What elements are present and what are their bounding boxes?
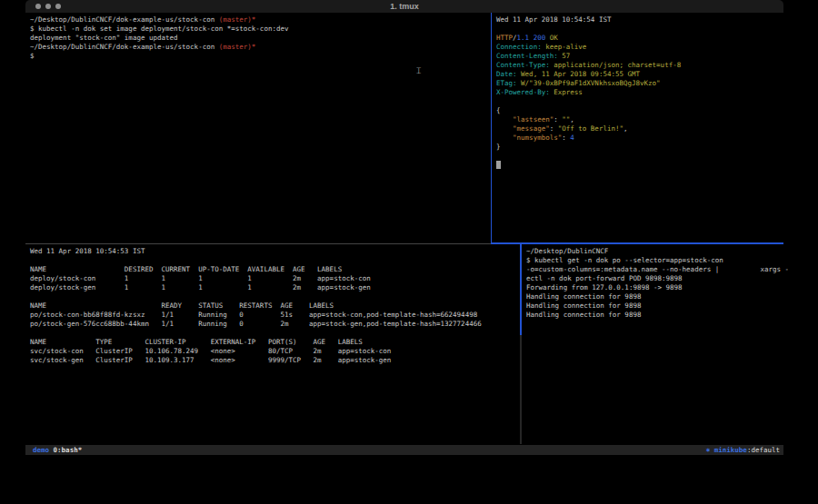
terminal-text-segment: Handling connection for 9898 (526, 301, 641, 310)
terminal-line: NAME READY STATUS RESTARTS AGE LABELS (30, 301, 524, 311)
terminal-text-segment: Handling connection for 9898 (526, 311, 641, 319)
zoom-button[interactable] (55, 4, 61, 9)
terminal-text-segment: Forwarding from 127.0.0.1:9898 -> 9898 (526, 283, 683, 292)
terminal-line (496, 25, 788, 34)
terminal-text-segment: : (550, 124, 558, 133)
close-button[interactable] (35, 4, 41, 9)
terminal-line: $ kubectl -n dok set image deployment/st… (30, 25, 494, 34)
terminal-line: svc/stock-gen ClusterIP 10.109.3.177 <no… (30, 356, 524, 365)
terminal-text-segment: W/"39-0xBPf9aF1dXVNkhsxoBQgJ8vKzo" (517, 79, 661, 87)
terminal-text-segment: 4 (570, 133, 574, 142)
terminal-text-segment (496, 124, 513, 133)
terminal-text-segment: po/stock-gen-576cc688bb-44kmn 1/1 Runnin… (30, 320, 482, 328)
terminal-text-segment: OK (550, 34, 558, 42)
terminal-text-segment: NAME TYPE CLUSTER-IP EXTERNAL-IP PORT(S)… (30, 338, 363, 346)
terminal-line: ETag: W/"39-0xBPf9aF1dXVNkhsxoBQgJ8vKzo" (496, 79, 788, 88)
terminal-text-segment: ~/Desktop/DublinCNCF/dok-example-us/stoc… (30, 43, 219, 51)
terminal-text-segment: "Off to Berlin!" (558, 124, 623, 133)
window-titlebar: 1. tmux (25, 0, 783, 13)
terminal-line: HTTP/1.1 200 OK (496, 34, 788, 43)
terminal-text-segment: Wed 11 Apr 2018 10:54:53 IST (30, 247, 145, 255)
terminal-text-segment: Date: (496, 70, 517, 78)
terminal-text-segment: "message" (513, 124, 550, 133)
terminal-line (496, 161, 788, 170)
terminal-text-segment (496, 115, 513, 124)
terminal-text-segment: X-Powered-By: (496, 88, 550, 96)
terminal-text-segment: Wed, 11 Apr 2018 09:54:55 GMT (517, 70, 640, 78)
terminal-line: { (496, 106, 788, 115)
terminal-line: } (496, 143, 788, 152)
terminal-text-segment: , (623, 124, 628, 133)
terminal-text-segment: -o=custom-columns=:metadata.name --no-he… (526, 265, 788, 273)
terminal-line: X-Powered-By: Express (496, 88, 788, 97)
mouse-ibeam-pointer: ⌶ (416, 66, 421, 76)
terminal-line: deploy/stock-con 1 1 1 1 2m app=stock-co… (30, 274, 524, 283)
tmux-pane-top-left[interactable]: ~/Desktop/DublinCNCF/dok-example-us/stoc… (25, 13, 494, 245)
terminal-line: ~/Desktop/DublinCNCF (526, 247, 788, 256)
terminal-text-segment: 57 (558, 52, 571, 60)
terminal-window: 1. tmux ~/Desktop/DublinCNCF/dok-example… (25, 0, 783, 455)
terminal-line: po/stock-gen-576cc688bb-44kmn 1/1 Runnin… (30, 320, 524, 329)
session-name[interactable]: demo (33, 446, 49, 454)
terminal-line: ~/Desktop/DublinCNCF/dok-example-us/stoc… (30, 15, 494, 25)
terminal-text-segment: $ (30, 52, 35, 60)
terminal-text-segment: (master) (219, 15, 252, 24)
traffic-lights (35, 4, 61, 9)
tmux-pane-bottom-left[interactable]: Wed 11 Apr 2018 10:54:53 IST NAME DESIRE… (25, 244, 524, 447)
terminal-line: Content-Length: 57 (496, 52, 788, 61)
pane-border-vertical-bottom[interactable] (520, 335, 522, 444)
terminal-text-segment: NAME READY STATUS RESTARTS AGE LABELS (30, 301, 334, 310)
pane-border-vertical-bottom-active[interactable] (520, 244, 522, 335)
terminal-text-segment: { (496, 106, 501, 114)
terminal-text-segment: "lastseen" (513, 115, 554, 124)
terminal-text-segment: ectl -n dok port-forward POD 9898:9898 (526, 274, 683, 282)
terminal-text-segment: 1.1 200 (517, 34, 546, 42)
terminal-text-segment: deploy/stock-gen 1 1 1 1 2m app=stock-ge… (30, 283, 371, 292)
terminal-line: "message": "Off to Berlin!", (496, 124, 788, 133)
terminal-text-segment: $ kubectl get -n dok po --selector=app=s… (526, 256, 723, 264)
terminal-text-segment: NAME DESIRED CURRENT UP-TO-DATE AVAILABL… (30, 265, 342, 273)
terminal-text-segment: ~/Desktop/DublinCNCF/dok-example-us/stoc… (30, 15, 219, 24)
terminal-line: svc/stock-con ClusterIP 10.106.78.249 <n… (30, 347, 524, 356)
terminal-text-segment: "" (562, 115, 570, 124)
window-tab-bash[interactable]: 0:bash* (54, 446, 83, 454)
terminal-text-segment: ~/Desktop/DublinCNCF (526, 247, 608, 255)
terminal-text-segment: Content-Length: (496, 52, 558, 60)
terminal-line: po/stock-con-bb68f88fd-kzsxz 1/1 Running… (30, 311, 524, 320)
terminal-line: Wed 11 Apr 2018 10:54:53 IST (30, 247, 524, 256)
terminal-text-segment: : (554, 115, 562, 124)
terminal-line: "lastseen": "", (496, 115, 788, 124)
pane-border-vertical-top[interactable] (491, 13, 492, 243)
terminal-line: $ kubectl get -n dok po --selector=app=s… (526, 256, 788, 265)
terminal-line (30, 256, 524, 265)
terminal-line: -o=custom-columns=:metadata.name --no-he… (526, 265, 788, 274)
status-left: demo 0:bash* (33, 445, 82, 455)
terminal-text-segment: "numsymbols" (513, 133, 562, 142)
tmux-pane-bottom-right[interactable]: ~/Desktop/DublinCNCF$ kubectl get -n dok… (522, 244, 788, 447)
terminal-text-segment: } (496, 143, 501, 151)
terminal-line: $ (30, 52, 494, 61)
terminal-text-segment: Handling connection for 9898 (526, 292, 641, 301)
terminal-text-segment: po/stock-con-bb68f88fd-kzsxz 1/1 Running… (30, 311, 477, 319)
terminal-text-segment: deploy/stock-con 1 1 1 1 2m app=stock-co… (30, 274, 371, 282)
terminal-text-segment: (master) (219, 43, 252, 51)
terminal-line: deploy/stock-gen 1 1 1 1 2m app=stock-ge… (30, 283, 524, 292)
pane-border-horizontal-left[interactable] (25, 243, 491, 244)
minimize-button[interactable] (45, 4, 51, 9)
terminal-line: deployment "stock-con" image updated (30, 34, 494, 43)
kube-namespace: :default (747, 446, 780, 454)
terminal-text-segment: : (562, 133, 570, 142)
terminal-line: NAME TYPE CLUSTER-IP EXTERNAL-IP PORT(S)… (30, 338, 524, 347)
terminal-line: Connection: keep-alive (496, 43, 788, 52)
terminal-text-segment: , (570, 115, 574, 124)
window-title: 1. tmux (25, 0, 783, 13)
terminal-line: Wed 11 Apr 2018 10:54:54 IST (496, 15, 788, 25)
terminal-line: ectl -n dok port-forward POD 9898:9898 (526, 274, 788, 283)
terminal-text-segment: * (252, 15, 256, 24)
terminal-text-segment: svc/stock-con ClusterIP 10.106.78.249 <n… (30, 347, 391, 355)
pane-border-horizontal-right[interactable] (491, 242, 783, 244)
terminal-line: Handling connection for 9898 (526, 311, 788, 320)
tmux-pane-top-right[interactable]: Wed 11 Apr 2018 10:54:54 IST HTTP/1.1 20… (492, 13, 788, 245)
terminal-line: Date: Wed, 11 Apr 2018 09:54:55 GMT (496, 70, 788, 79)
terminal-line (496, 152, 788, 161)
